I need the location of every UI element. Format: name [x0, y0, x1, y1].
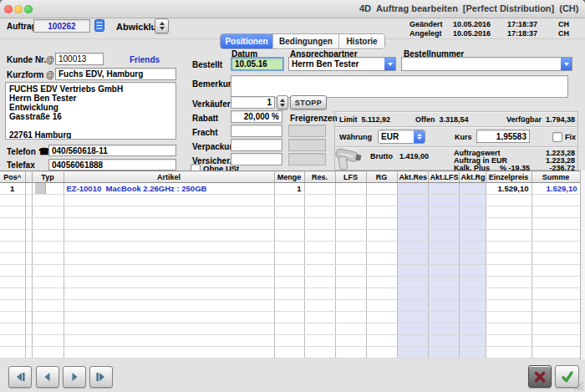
bestellnummer-combo[interactable] — [401, 57, 572, 71]
artikel-cell: EZ-10010 MacBook 2.26GHz : 250GB — [64, 183, 274, 195]
akt-rg-cell — [459, 183, 486, 195]
brutto-value: 1.419,00 — [399, 152, 429, 160]
select-cell — [25, 183, 32, 195]
table-row[interactable] — [0, 277, 580, 288]
column-header-einzelpreis[interactable]: Einzelpreis — [486, 171, 532, 183]
kunde-nr-label: Kunde Nr. — [7, 55, 46, 64]
limit-pair: Limit5.112,92 — [339, 115, 390, 124]
column-header-artikel[interactable]: Artikel — [64, 171, 274, 183]
fracht-field[interactable] — [231, 125, 282, 137]
records-list-icon[interactable] — [94, 19, 104, 35]
res-cell — [304, 183, 335, 195]
verkaeufer-stepper[interactable] — [277, 95, 288, 109]
order-edit-window: 4D Auftrag bearbeiten [Perfect Distribut… — [0, 0, 585, 392]
tab-historie[interactable]: Historie — [339, 34, 384, 48]
table-row[interactable] — [0, 253, 580, 265]
table-row[interactable] — [0, 218, 580, 230]
kunde-at-button[interactable]: @ — [46, 55, 54, 64]
nav-next-button[interactable] — [63, 366, 86, 388]
column-header-akt-res[interactable]: Akt.Res — [397, 171, 428, 183]
nav-previous-button[interactable] — [36, 366, 59, 388]
stepper-down-icon — [280, 104, 285, 107]
table-row[interactable] — [0, 242, 580, 253]
telefon-field[interactable] — [48, 145, 176, 156]
table-scrollbar[interactable] — [580, 171, 585, 359]
column-header-rg[interactable]: RG — [366, 171, 397, 183]
offen-pair: Offen3.318,54 — [415, 115, 469, 124]
ansprechpartner-value: Herrn Ben Tester — [289, 58, 384, 70]
nav-last-button[interactable] — [89, 366, 113, 388]
telefax-label: Telefax — [7, 160, 35, 170]
resize-grip[interactable] — [574, 381, 584, 391]
stepper-down-icon — [160, 27, 165, 30]
tab-bedingungen[interactable]: Bedingungen — [273, 34, 339, 48]
column-header-typ[interactable]: Typ — [32, 171, 64, 183]
kurzform-label: Kurzform — [7, 70, 43, 79]
table-row[interactable] — [0, 206, 580, 218]
kurzform-field[interactable] — [55, 68, 176, 80]
offen-value: 3.318,54 — [440, 115, 469, 124]
tab-positionen[interactable]: Positionen — [221, 34, 273, 48]
column-header-lfs[interactable]: LFS — [335, 171, 366, 183]
address-textarea[interactable]: FUCHS EDV Vertriebs GmbH Herrn Ben Teste… — [5, 82, 176, 140]
kurs-field[interactable] — [476, 130, 530, 143]
telefon-label: Telefon — [7, 147, 36, 156]
stopp-button[interactable]: STOPP — [290, 95, 327, 109]
chevron-up-down-icon — [414, 130, 425, 143]
table-row[interactable] — [0, 300, 580, 312]
column-header-select[interactable] — [25, 171, 32, 183]
verkaeufer-field[interactable] — [231, 96, 275, 109]
table-row[interactable] — [0, 195, 580, 206]
auftrag-label: Auftrag — [7, 22, 37, 31]
column-header-akt-lfs[interactable]: Akt.LFS — [428, 171, 459, 183]
bestellnummer-value — [402, 58, 561, 70]
angelegt-user: CH — [558, 29, 569, 38]
menge-cell: 1 — [274, 183, 304, 195]
telefax-field[interactable] — [48, 159, 176, 171]
table-row[interactable] — [0, 323, 580, 335]
kurzform-at-button[interactable]: @ — [46, 70, 54, 79]
row-type-indicator — [35, 183, 46, 194]
table-row[interactable]: 1 EZ-10010 MacBook 2.26GHz : 250GB 1 1.5… — [0, 183, 580, 195]
column-header-menge[interactable]: Menge — [274, 171, 304, 183]
column-header-res[interactable]: Res. — [304, 171, 335, 183]
table-row[interactable] — [0, 312, 580, 323]
traffic-light-minimize-button[interactable] — [14, 5, 23, 13]
kunde-nr-field[interactable] — [55, 53, 104, 65]
nav-first-button[interactable] — [8, 366, 32, 388]
waehrung-popup[interactable]: EUR — [378, 130, 425, 144]
geaendert-label: Geändert — [410, 20, 443, 28]
column-header-summe[interactable]: Summe — [532, 171, 580, 183]
rabatt-field[interactable] — [231, 110, 282, 123]
auftrag-number-field[interactable] — [33, 19, 90, 33]
column-header-akt-rg[interactable]: Akt.Rg — [459, 171, 486, 183]
window-title-text: Auftrag bearbeiten — [376, 3, 458, 13]
bestellt-date-field[interactable] — [231, 57, 284, 71]
fracht-label: Fracht — [192, 128, 218, 137]
table-row[interactable] — [0, 347, 580, 359]
tab-bar: Positionen Bedingungen Historie — [220, 33, 385, 49]
abwicklung-stepper[interactable] — [155, 18, 169, 33]
verkaeufer-label: Verkäufer — [192, 99, 231, 109]
rabatt-label: Rabatt — [192, 114, 218, 123]
verpackung-field[interactable] — [231, 139, 282, 151]
fix-checkbox[interactable] — [552, 132, 562, 142]
first-record-icon — [13, 370, 27, 384]
friends-link[interactable]: Friends — [130, 55, 160, 64]
fix-label: Fix — [565, 133, 576, 141]
einzelpreis-cell: 1.529,10 — [486, 183, 532, 195]
table-row[interactable] — [0, 335, 580, 347]
ansprechpartner-combo[interactable]: Herrn Ben Tester — [288, 57, 396, 71]
traffic-light-zoom-button[interactable] — [24, 5, 33, 13]
cancel-button[interactable] — [528, 365, 552, 388]
bemerkung-textarea[interactable] — [231, 75, 568, 98]
table-row[interactable] — [0, 230, 580, 242]
traffic-light-close-button[interactable] — [4, 5, 13, 13]
chevron-down-icon — [384, 58, 395, 70]
column-header-pos[interactable]: Pos^ — [0, 171, 25, 183]
table-row[interactable] — [0, 265, 580, 277]
table-row[interactable] — [0, 288, 580, 300]
fracht-disabled-field — [288, 125, 326, 137]
versicher-disabled-field — [288, 153, 326, 165]
cancel-x-icon — [532, 369, 547, 384]
